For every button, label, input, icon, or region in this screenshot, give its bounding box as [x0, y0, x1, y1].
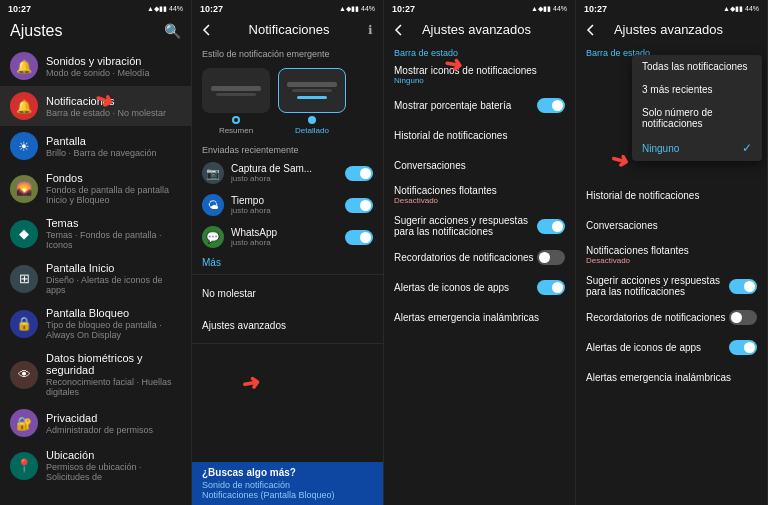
label-sonidos: Sonidos y vibración: [46, 55, 181, 67]
style-detallado[interactable]: Detallado: [278, 68, 346, 135]
notif-style-label: Estilo de notificación emergente: [192, 43, 383, 62]
dropdown-option-ninguno[interactable]: Ninguno ✓: [632, 135, 762, 161]
adv-item-flotantes2[interactable]: Notificaciones flotantes Desactivado: [576, 240, 767, 270]
menu-item-pantalla[interactable]: ☀ Pantalla Brillo · Barra de navegación: [0, 126, 191, 166]
time-2: 10:27: [200, 4, 223, 14]
panel-3: 10:27 ▲◆▮▮ 44% Ajustes avanzados Barra d…: [384, 0, 576, 505]
toggle-captura[interactable]: [345, 166, 373, 181]
menu-item-pantallainicio[interactable]: ⊞ Pantalla Inicio Diseño · Alertas de ic…: [0, 256, 191, 301]
toggle-alertas-iconos[interactable]: [537, 280, 565, 295]
dropdown-option-tres[interactable]: 3 más recientes: [632, 78, 762, 101]
adv-item-recordatorios[interactable]: Recordatorios de notificaciones: [384, 242, 575, 272]
adv-item-sugerir2[interactable]: Sugerir acciones y respuestas para las n…: [576, 270, 767, 302]
search-icon-1[interactable]: 🔍: [164, 23, 181, 39]
adv-text-flotantes: Notificaciones flotantes: [394, 185, 565, 196]
adv-item-historial[interactable]: Historial de notificaciones: [384, 120, 575, 150]
no-molestar-label: No molestar: [202, 288, 373, 299]
adv-item-conversaciones2[interactable]: Conversaciones: [576, 210, 767, 240]
icon-pantallainicio: ⊞: [10, 265, 38, 293]
adv-sub-mostrar-iconos: Ninguno: [394, 76, 565, 85]
name-whatsapp: WhatsApp: [231, 227, 345, 238]
toggle-recordatorios2[interactable]: [729, 310, 757, 325]
adv-item-mostrar-pct[interactable]: Mostrar porcentaje batería: [384, 90, 575, 120]
mas-button[interactable]: Más: [192, 253, 383, 272]
style-resumen[interactable]: Resumen: [202, 68, 270, 135]
adv-text-mostrar-pct: Mostrar porcentaje batería: [394, 100, 537, 111]
recently-label: Enviadas recientemente: [192, 141, 383, 157]
back-btn-3[interactable]: [394, 24, 402, 36]
notif-style-container: Resumen Detallado: [192, 62, 383, 141]
adv-text-mostrar-iconos: Mostrar iconos de notificaciones: [394, 65, 565, 76]
menu-list-1: 🔔 Sonidos y vibración Modo de sonido · M…: [0, 46, 191, 488]
menu-item-temas[interactable]: ◆ Temas Temas · Fondos de pantalla · Ico…: [0, 211, 191, 256]
adv-item-historial2[interactable]: Historial de notificaciones: [576, 180, 767, 210]
info-icon-2[interactable]: ℹ: [368, 23, 373, 37]
adv-item-conversaciones[interactable]: Conversaciones: [384, 150, 575, 180]
label-pantallab: Pantalla Bloqueo: [46, 307, 181, 319]
adv-item-recordatorios2[interactable]: Recordatorios de notificaciones: [576, 302, 767, 332]
dropdown-label-ninguno: Ninguno: [642, 143, 679, 154]
menu-item-sonidos[interactable]: 🔔 Sonidos y vibración Modo de sonido · M…: [0, 46, 191, 86]
toggle-tiempo[interactable]: [345, 198, 373, 213]
menu-item-notificaciones[interactable]: 🔔 Notificaciones Barra de estado · No mo…: [0, 86, 191, 126]
adv-item-alertas-emergencia2[interactable]: Alertas emergencia inalámbricas: [576, 362, 767, 392]
adv-item-mostrar-iconos[interactable]: Mostrar iconos de notificaciones Ninguno: [384, 60, 575, 90]
label-temas: Temas: [46, 217, 181, 229]
toggle-mostrar-pct[interactable]: [537, 98, 565, 113]
time-whatsapp: justo ahora: [231, 238, 345, 247]
notif-item-captura[interactable]: 📷 Captura de Sam... justo ahora: [192, 157, 383, 189]
panel-title-4: Ajustes avanzados: [614, 22, 723, 37]
notif-item-whatsapp[interactable]: 💬 WhatsApp justo ahora: [192, 221, 383, 253]
dropdown-overlay: Todas las notificaciones 3 más recientes…: [632, 55, 762, 161]
icon-notificaciones: 🔔: [10, 92, 38, 120]
dropdown-option-todas[interactable]: Todas las notificaciones: [632, 55, 762, 78]
menu-item-ubicacion[interactable]: 📍 Ubicación Permisos de ubicación · Soli…: [0, 443, 191, 488]
icon-datos: 👁: [10, 361, 38, 389]
label-pantalla: Pantalla: [46, 135, 181, 147]
adv-text-historial: Historial de notificaciones: [394, 130, 565, 141]
status-bar-4: 10:27 ▲◆▮▮ 44%: [576, 0, 767, 18]
label-pantallainicio: Pantalla Inicio: [46, 262, 181, 274]
icon-whatsapp: 💬: [202, 226, 224, 248]
toggle-alertas-iconos2[interactable]: [729, 340, 757, 355]
toggle-recordatorios[interactable]: [537, 250, 565, 265]
adv-item-flotantes[interactable]: Notificaciones flotantes Desactivado: [384, 180, 575, 210]
busca-link-2[interactable]: Notificaciones (Pantalla Bloqueo): [202, 490, 373, 500]
menu-item-fondos[interactable]: 🌄 Fondos Fondos de pantalla de pantalla …: [0, 166, 191, 211]
menu-item-pantallab[interactable]: 🔒 Pantalla Bloqueo Tipo de bloqueo de pa…: [0, 301, 191, 346]
icon-captura: 📷: [202, 162, 224, 184]
status-bar-3: 10:27 ▲◆▮▮ 44%: [384, 0, 575, 18]
adv-item-alertas-emergencia[interactable]: Alertas emergencia inalámbricas: [384, 302, 575, 332]
adv-items-4: Historial de notificaciones Conversacion…: [576, 180, 767, 392]
icon-tiempo: 🌤: [202, 194, 224, 216]
sub-pantalla: Brillo · Barra de navegación: [46, 148, 181, 158]
busca-link-1[interactable]: Sonido de notificación: [202, 480, 373, 490]
status-icons-4: ▲◆▮▮ 44%: [723, 5, 759, 13]
sub-privacidad: Administrador de permisos: [46, 425, 181, 435]
label-fondos: Fondos: [46, 172, 181, 184]
time-4: 10:27: [584, 4, 607, 14]
no-molestar-item[interactable]: No molestar: [192, 277, 383, 309]
adv-item-alertas-iconos2[interactable]: Alertas de iconos de apps: [576, 332, 767, 362]
dropdown-label-todas: Todas las notificaciones: [642, 61, 748, 72]
adv-item-sugerir[interactable]: Sugerir acciones y respuestas para las n…: [384, 210, 575, 242]
panel-title-3: Ajustes avanzados: [422, 22, 531, 37]
menu-item-privacidad[interactable]: 🔐 Privacidad Administrador de permisos: [0, 403, 191, 443]
back-btn-2[interactable]: [202, 24, 210, 36]
back-btn-4[interactable]: [586, 24, 594, 36]
ajustes-avanzados-item[interactable]: Ajustes avanzados: [192, 309, 383, 341]
adv-text-alertas-emergencia2: Alertas emergencia inalámbricas: [586, 372, 757, 383]
busca-title: ¿Buscas algo más?: [202, 467, 373, 478]
toggle-sugerir[interactable]: [537, 219, 565, 234]
divider-2b: [192, 343, 383, 344]
sub-ubicacion: Permisos de ubicación · Solicitudes de: [46, 462, 181, 482]
dropdown-option-solo[interactable]: Solo número de notificaciones: [632, 101, 762, 135]
menu-item-datos[interactable]: 👁 Datos biométricos y seguridad Reconoci…: [0, 346, 191, 403]
toggle-whatsapp[interactable]: [345, 230, 373, 245]
notif-item-tiempo[interactable]: 🌤 Tiempo justo ahora: [192, 189, 383, 221]
adv-text-flotantes2: Notificaciones flotantes: [586, 245, 757, 256]
icon-sonidos: 🔔: [10, 52, 38, 80]
toggle-sugerir2[interactable]: [729, 279, 757, 294]
adv-text-sugerir2: Sugerir acciones y respuestas para las n…: [586, 275, 729, 297]
adv-item-alertas-iconos[interactable]: Alertas de iconos de apps: [384, 272, 575, 302]
